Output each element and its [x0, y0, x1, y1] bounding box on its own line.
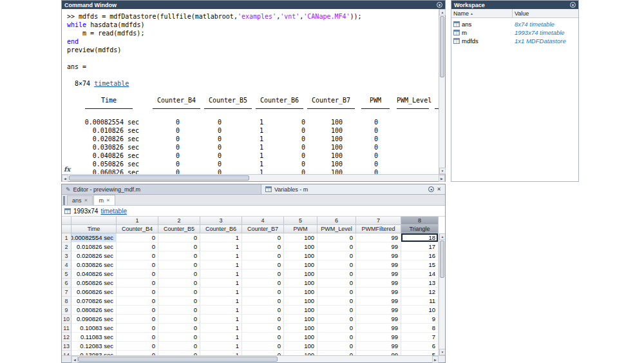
panel-menu-icon[interactable]: ▾ — [437, 2, 442, 8]
grid-cell[interactable]: 0 — [317, 297, 356, 306]
grid-cell[interactable]: 99 — [356, 260, 401, 270]
grid-cell[interactable]: 99 — [356, 297, 401, 306]
grid-cell[interactable]: 100 — [284, 242, 317, 251]
grid-cell[interactable]: 0 — [158, 260, 200, 270]
timetable-link[interactable]: timetable — [94, 80, 129, 87]
grid-cell[interactable]: 1 — [200, 297, 242, 306]
grid-cell[interactable]: 0 — [242, 315, 284, 324]
grid-cell[interactable]: 0 — [317, 333, 356, 342]
grid-cell[interactable]: 0 — [242, 251, 284, 260]
grid-cell[interactable]: 0 — [317, 233, 356, 242]
grid-cell[interactable]: 0 — [242, 233, 284, 242]
grid-cell[interactable]: 1 — [200, 333, 242, 342]
grid-cell[interactable]: 13 — [401, 279, 439, 288]
workspace-titlebar[interactable]: Workspace ▾ — [451, 1, 578, 9]
grid-col-name[interactable]: Counter_B6 — [200, 225, 242, 233]
grid-cell[interactable]: 0 — [317, 315, 356, 324]
scroll-left-icon[interactable]: ◀ — [62, 175, 68, 182]
grid-cell[interactable]: 0 — [158, 351, 200, 355]
grid-cell[interactable]: 1 — [200, 279, 242, 288]
workspace-value-column-header[interactable]: Value — [513, 9, 578, 17]
grid-cell[interactable]: 1 — [200, 233, 242, 242]
grid-cell[interactable]: 100 — [284, 251, 317, 260]
grid-cell[interactable]: 10 — [401, 306, 439, 315]
grid-col-name[interactable]: Counter_B4 — [117, 225, 158, 233]
grid-cell[interactable]: 100 — [284, 270, 317, 279]
grid-cell[interactable]: 1 — [200, 260, 242, 270]
grid-time-cell[interactable]: 0.010826 sec — [71, 242, 117, 251]
grid-cell[interactable]: 99 — [356, 251, 401, 260]
grid-cell[interactable]: 0 — [117, 288, 158, 297]
workspace-row[interactable]: ans8x74 timetable — [451, 20, 578, 28]
grid-cell[interactable]: 99 — [356, 324, 401, 333]
grid-col-number[interactable] — [71, 217, 117, 225]
grid-cell[interactable]: 0 — [158, 333, 200, 342]
grid-col-name[interactable]: Triangle — [401, 225, 439, 233]
doc-tab-ans[interactable]: ans✕ — [67, 195, 93, 205]
workspace-row[interactable]: m1993x74 timetable — [451, 28, 578, 37]
scroll-right-icon[interactable]: ▶ — [439, 175, 445, 182]
grid-cell[interactable]: 0 — [317, 324, 356, 333]
scroll-right-icon[interactable]: ▶ — [432, 356, 439, 363]
scroll-up-icon[interactable]: ▲ — [439, 9, 446, 15]
command-window-body[interactable]: >> mdfds = mdfDatastore(fullfile(matlabr… — [62, 9, 439, 174]
cw-hscroll-thumb[interactable] — [69, 175, 249, 181]
grid-cell[interactable]: 0 — [117, 333, 158, 342]
panel-menu-icon[interactable]: ▾ — [428, 186, 434, 192]
close-icon[interactable]: ✕ — [437, 186, 441, 192]
grid-row-number[interactable]: 13 — [62, 342, 71, 351]
grid-cell[interactable]: 1 — [200, 351, 242, 355]
grid-cell[interactable]: 1 — [200, 251, 242, 260]
grid-time-cell[interactable]: 0.090826 sec — [71, 315, 117, 324]
grid-time-cell[interactable]: 0.020826 sec — [71, 251, 117, 260]
grid-col-number[interactable]: 4 — [242, 217, 284, 225]
grid-cell[interactable]: 8 — [401, 324, 439, 333]
grid-cell[interactable]: 100 — [284, 260, 317, 270]
grid-cell[interactable]: 1 — [200, 306, 242, 315]
scroll-down-icon[interactable]: ▼ — [439, 168, 446, 174]
scroll-up-icon[interactable]: ▲ — [439, 233, 445, 240]
grid-cell[interactable]: 0 — [242, 279, 284, 288]
tab-scroll-stub[interactable] — [63, 196, 65, 205]
grid-cell[interactable]: 17 — [401, 242, 439, 251]
grid-cell[interactable]: 0 — [158, 288, 200, 297]
grid-horizontal-scrollbar[interactable]: ◀ ▶ — [62, 355, 445, 362]
grid-cell[interactable]: 6 — [401, 342, 439, 351]
grid-cell[interactable]: 0 — [158, 233, 200, 242]
grid-cell[interactable]: 0 — [117, 233, 158, 242]
grid-time-cell[interactable]: 0.040826 sec — [71, 270, 117, 279]
grid-cell[interactable]: 0 — [242, 342, 284, 351]
grid-row-number[interactable]: 6 — [62, 279, 71, 288]
fx-button[interactable]: fx — [64, 166, 70, 173]
grid-scroll-area[interactable]: 12345678 TimeCounter_B4Counter_B5Counter… — [62, 217, 439, 355]
grid-hscroll-thumb[interactable] — [78, 357, 278, 362]
grid-time-cell[interactable]: 0.070826 sec — [71, 297, 117, 306]
grid-cell[interactable]: 0 — [317, 270, 356, 279]
grid-cell[interactable]: 99 — [356, 279, 401, 288]
variables-panel-tab[interactable]: Variables - m ▾ ✕ — [261, 184, 445, 194]
grid-cell[interactable]: 0 — [242, 351, 284, 355]
grid-cell[interactable]: 0 — [317, 351, 356, 355]
grid-cell[interactable]: 16 — [401, 251, 439, 260]
grid-row-number[interactable]: 7 — [62, 288, 71, 297]
grid-cell[interactable]: 1 — [200, 242, 242, 251]
grid-cell[interactable]: 0 — [317, 242, 356, 251]
grid-cell[interactable]: 99 — [356, 306, 401, 315]
grid-time-cell[interactable]: 0.12083 sec — [71, 342, 117, 351]
scroll-down-icon[interactable]: ▼ — [439, 349, 445, 355]
grid-cell[interactable]: 0 — [242, 260, 284, 270]
grid-cell[interactable]: 12 — [401, 288, 439, 297]
grid-cell[interactable]: 0 — [242, 242, 284, 251]
grid-cell[interactable]: 100 — [284, 279, 317, 288]
grid-cell[interactable]: 99 — [356, 270, 401, 279]
grid-cell[interactable]: 0 — [242, 297, 284, 306]
grid-cell[interactable]: 0 — [117, 242, 158, 251]
scroll-left-icon[interactable]: ◀ — [71, 356, 78, 363]
grid-cell[interactable]: 0 — [317, 288, 356, 297]
panel-menu-icon[interactable]: ▾ — [570, 2, 576, 8]
grid-time-cell[interactable]: 0.030826 sec — [71, 260, 117, 270]
grid-cell[interactable]: 0 — [158, 306, 200, 315]
grid-cell[interactable]: 0 — [317, 306, 356, 315]
grid-cell[interactable]: 100 — [284, 288, 317, 297]
grid-time-cell[interactable]: 0.10083 sec — [71, 324, 117, 333]
